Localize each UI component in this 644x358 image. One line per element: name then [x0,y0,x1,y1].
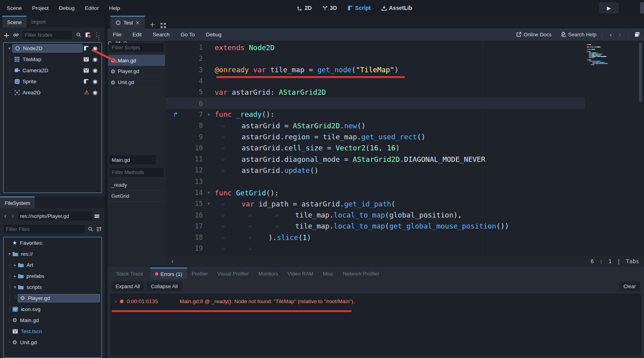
mode-button-3d[interactable]: 3D [322,5,337,11]
eye-icon[interactable]: ◉ [93,90,97,95]
add-node-button[interactable]: + [3,31,10,39]
panels-icon[interactable] [634,32,640,37]
code-line-17[interactable]: 17tile_map.local_to_map(get_global_mouse… [166,221,585,232]
script-menu-file[interactable]: File [107,32,127,37]
debugger-tab-monitors[interactable]: Monitors [254,268,283,279]
eye-icon[interactable]: ◉ [93,56,97,62]
debugger-tab-video-ram[interactable]: Video RAM [283,268,318,279]
menu-editor[interactable]: Editor [80,5,104,11]
fold-icon[interactable]: ▾ [203,201,215,206]
script-icon[interactable] [83,45,89,51]
mode-button-assetlib[interactable]: AssetLib [381,5,412,11]
eye-icon[interactable]: ◉ [93,45,97,51]
tab-scene[interactable]: Scene [2,16,26,28]
script-new-icon[interactable] [85,32,91,38]
code-line-8[interactable]: 8astarGrid = AStarGrid2D.new() [166,120,585,131]
code-line-11[interactable]: 11astarGrid.diagonal_mode = AStarGrid2D.… [166,154,585,165]
scene-node-tilemap[interactable]: ├TileMap◉ [4,54,101,65]
debugger-tab-network-profiler[interactable]: Network Profiler [338,268,384,279]
fs-item-unit.gd[interactable]: └⚙Unit.gd [4,337,101,348]
collapse-all-button[interactable]: Collapse All [146,281,182,291]
code-line-9[interactable]: 9astarGrid.region = tile_map.get_used_re… [166,131,585,142]
filter-files-input[interactable] [3,224,85,234]
script-menu-go-to[interactable]: Go To [175,32,200,37]
script-forward-icon[interactable]: › [617,31,623,39]
fs-item-player.gd[interactable]: │└⚙Player.gd [4,292,101,304]
code-line-12[interactable]: 12astarGrid.update() [166,165,585,176]
hamburger-icon[interactable] [94,213,100,219]
code-line-13[interactable]: 13 [166,176,585,187]
code-line-16[interactable]: 16tile_map.local_to_map(global_position)… [166,209,585,220]
filter-scripts-input[interactable] [109,43,164,52]
code-line-15[interactable]: 15▾var id_path = astarGrid.get_id_path( [166,198,585,209]
code-line-3[interactable]: 3@onready var tile_map = get_node("TileM… [166,64,585,75]
fs-item-prefabs[interactable]: ├▸prefabs [4,270,101,281]
warning-icon[interactable]: ⚠ [84,90,89,95]
code-line-18[interactable]: 18).slice(1) [166,232,585,243]
code-line-14[interactable]: 14▾func GetGrid(): [166,187,585,198]
script-icon[interactable] [83,79,89,84]
link-icon[interactable] [13,32,19,38]
fold-icon[interactable]: ▾ [203,190,215,195]
fs-item-res[interactable]: ▾res:// [4,248,101,259]
sort-icon[interactable] [96,226,102,232]
code-line-5[interactable]: 5var astarGrid: AStarGrid2D [166,86,585,97]
fs-item-scripts[interactable]: ├▾scripts [4,281,101,292]
clapper-icon[interactable] [83,67,89,73]
code-editor[interactable]: 1extends Node2D23@onready var tile_map =… [166,41,644,256]
debugger-tab-stack-trace[interactable]: Stack Trace [111,268,148,279]
scene-tab-test[interactable]: Test × [110,16,145,28]
close-icon[interactable]: × [135,19,140,26]
code-line-1[interactable]: 1extends Node2D [166,42,585,53]
vertical-scrollbar[interactable] [639,43,642,102]
expand-all-button[interactable]: Expand All [111,281,144,291]
indent-type[interactable]: Tabs [626,258,639,264]
pause-button-partial[interactable] [640,2,644,13]
debugger-tab-errors-1-[interactable]: Errors (1) [150,268,187,279]
eye-icon[interactable]: ◉ [93,67,97,73]
search-help-button[interactable]: DOC Search Help [560,32,597,37]
scroll-left-icon[interactable]: ‹ [166,258,174,264]
code-line-19[interactable]: 19 [166,243,585,254]
script-back-icon[interactable]: ‹ [608,31,614,39]
script-item-unit.gd[interactable]: ⚙Unit.gd [108,77,165,88]
debugger-tab-misc[interactable]: Misc [318,268,338,279]
filter-nodes-input[interactable] [22,30,73,40]
expand-arrow-icon[interactable]: ▸ [12,262,18,268]
scene-dock-menu-icon[interactable]: ⋮ [96,34,102,41]
menu-scene[interactable]: Scene [2,5,27,11]
debugger-tab-profiler[interactable]: Profiler [187,268,213,279]
code-line-2[interactable]: 2 [166,53,585,64]
minimap[interactable] [587,44,618,67]
scene-node-node2d[interactable]: ▾Node2D◉ [4,43,101,54]
fs-item-favorites[interactable]: ★Favorites: [4,237,101,248]
expand-error-icon[interactable]: › [115,298,117,304]
scene-node-sprite[interactable]: ├Sprite◉ [4,76,101,87]
fs-item-icon.svg[interactable]: ├icon.svg [4,304,101,315]
new-scene-tab-button[interactable]: + [145,20,160,28]
clapper-icon[interactable] [83,56,89,62]
error-row[interactable]: › 0:00:01:0135 Main.gd:8 @ _ready(): Nod… [111,296,640,307]
code-line-4[interactable]: 4 [166,75,585,86]
menu-project[interactable]: Project [27,5,54,11]
tab-filesystem[interactable]: FileSystem [0,197,35,208]
fs-item-art[interactable]: ├▸Art [4,259,101,270]
scene-node-area2d[interactable]: └Area2D⚠◉ [4,87,101,98]
mode-button-script[interactable]: Script [347,5,371,11]
scene-node-camera2d[interactable]: ├Camera2D◉ [4,65,101,76]
history-forward-icon[interactable]: › [10,212,16,220]
play-button[interactable]: ▶ [599,2,619,13]
script-item-player.gd[interactable]: ⚙Player.gd [108,66,165,77]
method-item-getgrid[interactable]: GetGrid [108,191,165,202]
expand-arrow-icon[interactable]: ▸ [12,274,18,279]
expand-arrow-icon[interactable]: ▾ [7,46,12,51]
script-menu-search[interactable]: Search [147,32,175,37]
fold-icon[interactable]: ▾ [203,112,215,117]
current-path[interactable]: res://scripts/Player.gd [17,211,92,221]
expand-arrow-icon[interactable]: ▾ [12,285,18,290]
method-item-_ready[interactable]: _ready [108,180,165,191]
fs-item-test.tscn[interactable]: ├Test.tscn [4,326,101,337]
filter-methods-input[interactable] [109,167,164,177]
history-back-icon[interactable]: ‹ [2,212,8,220]
menu-help[interactable]: Help [104,5,125,11]
